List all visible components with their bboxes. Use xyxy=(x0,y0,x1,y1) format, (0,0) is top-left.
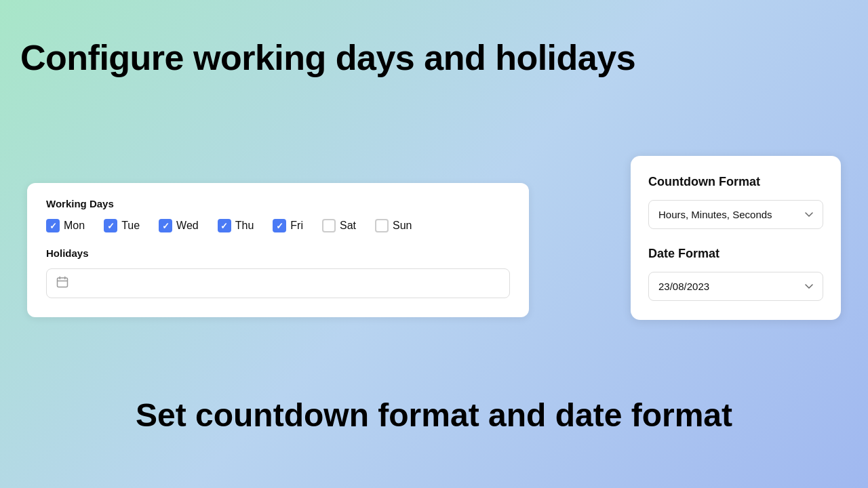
checkmark-tue: ✓ xyxy=(107,222,115,230)
checkbox-thu[interactable]: ✓ xyxy=(218,219,231,232)
svg-rect-0 xyxy=(58,278,68,287)
date-format-select[interactable]: 23/08/2023 08/23/2023 2023-08-23 xyxy=(648,272,823,301)
day-label-mon: Mon xyxy=(64,220,85,232)
checkbox-sun[interactable] xyxy=(375,219,389,232)
countdown-format-card: Countdown Format Hours, Minutes, Seconds… xyxy=(631,156,841,320)
day-label-fri: Fri xyxy=(290,220,303,232)
checkmark-fri: ✓ xyxy=(276,222,283,230)
checkbox-mon[interactable]: ✓ xyxy=(46,219,60,232)
day-label-wed: Wed xyxy=(176,220,199,232)
day-label-thu: Thu xyxy=(235,220,254,232)
holidays-label: Holidays xyxy=(46,247,510,259)
days-row: ✓ Mon ✓ Tue ✓ Wed ✓ Thu ✓ xyxy=(46,219,510,232)
working-days-label: Working Days xyxy=(46,198,510,209)
day-item-mon[interactable]: ✓ Mon xyxy=(46,219,85,232)
day-item-thu[interactable]: ✓ Thu xyxy=(218,219,254,232)
day-item-wed[interactable]: ✓ Wed xyxy=(159,219,199,232)
countdown-format-select[interactable]: Hours, Minutes, Seconds Days, Hours, Min… xyxy=(648,200,823,229)
day-item-sun[interactable]: Sun xyxy=(375,219,412,232)
date-format-label: Date Format xyxy=(648,247,823,261)
checkmark-wed: ✓ xyxy=(162,222,170,230)
day-item-fri[interactable]: ✓ Fri xyxy=(273,219,303,232)
page-title: Configure working days and holidays xyxy=(20,37,635,78)
checkbox-tue[interactable]: ✓ xyxy=(104,219,117,232)
checkmark-thu: ✓ xyxy=(220,222,228,230)
day-item-sat[interactable]: Sat xyxy=(322,219,356,232)
holidays-section: Holidays xyxy=(46,247,510,298)
day-label-sat: Sat xyxy=(340,220,356,232)
working-days-card: Working Days ✓ Mon ✓ Tue ✓ Wed ✓ xyxy=(27,183,529,317)
checkbox-sat[interactable] xyxy=(322,219,336,232)
checkmark-mon: ✓ xyxy=(50,222,57,230)
day-label-sun: Sun xyxy=(393,220,412,232)
day-label-tue: Tue xyxy=(121,220,140,232)
checkbox-wed[interactable]: ✓ xyxy=(159,219,172,232)
bottom-title: Set countdown format and date format xyxy=(0,396,868,434)
countdown-format-label: Countdown Format xyxy=(648,175,823,189)
day-item-tue[interactable]: ✓ Tue xyxy=(104,219,140,232)
checkbox-fri[interactable]: ✓ xyxy=(273,219,286,232)
calendar-icon xyxy=(56,276,68,291)
holidays-input[interactable] xyxy=(46,268,510,298)
